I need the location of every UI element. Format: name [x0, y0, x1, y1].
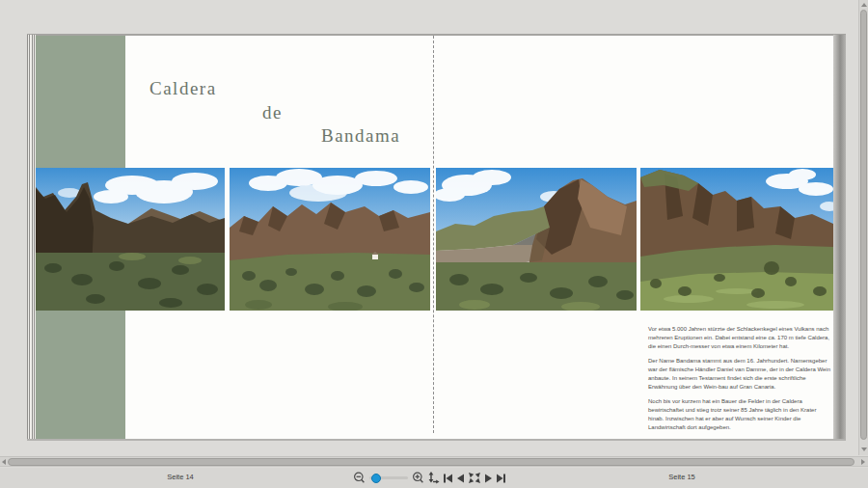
last-page-button[interactable] [496, 473, 506, 484]
zoom-out-icon [353, 472, 366, 484]
page-stack-left [27, 35, 36, 439]
horizontal-scrollbar[interactable] [0, 456, 868, 467]
zoom-slider-track[interactable] [369, 476, 408, 479]
panorama-photo-strip [36, 168, 833, 311]
photo-panorama-4 [640, 168, 833, 311]
horizontal-scrollbar-thumb[interactable] [8, 458, 854, 466]
photo-panorama-1 [36, 168, 225, 311]
previous-page-icon [456, 473, 465, 484]
scroll-left-arrow-icon[interactable] [2, 459, 6, 465]
right-page-number: Seite 15 [638, 473, 725, 481]
book-spread: Caldera de Bandama [27, 34, 846, 441]
viewer-controls [353, 471, 506, 485]
photo-panorama-2 [230, 168, 430, 311]
page-title-line-3: Bandama [321, 125, 400, 147]
vertical-scrollbar-thumb[interactable] [860, 10, 867, 440]
zoom-in-button[interactable] [412, 472, 424, 484]
first-page-button[interactable] [443, 473, 453, 484]
story-text-block: Vor etwa 5.000 Jahren stürzte der Schlac… [648, 325, 833, 438]
next-page-button[interactable] [484, 473, 493, 484]
scroll-right-arrow-icon[interactable] [861, 459, 865, 465]
photo-3-image [436, 168, 637, 311]
page-title-line-1: Caldera [149, 78, 217, 99]
vertical-scrollbar[interactable] [858, 0, 868, 455]
page-stack-right [833, 35, 846, 439]
open-pages: Caldera de Bandama [36, 36, 833, 439]
next-page-icon [484, 473, 493, 484]
fit-page-button[interactable] [427, 472, 440, 484]
story-paragraph-1: Vor etwa 5.000 Jahren stürzte der Schlac… [648, 325, 833, 351]
photo-4-image [640, 168, 833, 311]
zoom-slider-handle[interactable] [371, 474, 381, 483]
first-page-icon [443, 473, 453, 484]
previous-page-button[interactable] [456, 473, 465, 484]
fit-spread-icon [468, 472, 481, 484]
scroll-down-arrow-icon[interactable] [861, 447, 867, 451]
fit-spread-button[interactable] [468, 472, 481, 484]
photo-panorama-3 [436, 168, 637, 311]
book-bottom-edge [27, 439, 846, 441]
status-bar: Seite 14 Seite 15 [0, 468, 868, 488]
zoom-out-button[interactable] [353, 472, 366, 484]
zoom-in-icon [412, 472, 424, 484]
story-paragraph-3: Noch bis vor kurzem hat ein Bauer die Fe… [648, 397, 833, 432]
scroll-up-arrow-icon[interactable] [861, 3, 867, 7]
story-paragraph-2: Der Name Bandama stammt aus dem 16. Jahr… [648, 357, 833, 392]
last-page-icon [496, 473, 506, 484]
left-page-number: Seite 14 [137, 473, 224, 481]
photo-2-image [230, 168, 430, 311]
page-title-line-2: de [262, 102, 283, 123]
photo-1-image [36, 168, 225, 311]
fit-page-icon [427, 472, 440, 484]
